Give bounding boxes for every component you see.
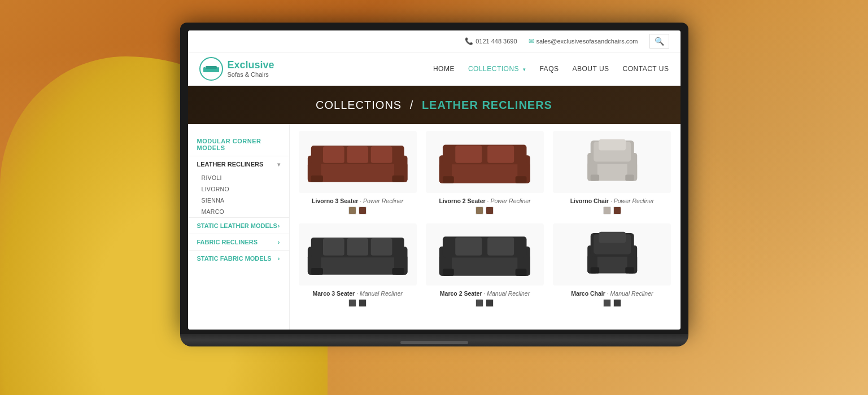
marco-2-seater-swatches (426, 299, 544, 307)
livorno-2-seater-swatches (426, 207, 544, 214)
svg-rect-37 (371, 238, 392, 256)
svg-rect-11 (347, 146, 368, 163)
svg-rect-8 (311, 175, 323, 182)
main-content: MODULAR CORNER MODELS LEATHER RECLINERS … (188, 124, 681, 330)
sidebar-static-leather-label: STATIC LEATHER MODELS (197, 222, 277, 229)
email-address: sales@exclusivesofasandchairs.com (536, 38, 638, 45)
nav-about[interactable]: ABOUT US (572, 65, 609, 73)
svg-rect-2 (217, 67, 219, 72)
product-marco-chair[interactable]: Marco Chair · Manual Recliner (553, 223, 671, 307)
sidebar-static-fabric-label: STATIC FABRIC MODELS (197, 255, 272, 262)
svg-rect-19 (456, 145, 482, 163)
svg-rect-26 (625, 174, 634, 181)
nav-collections[interactable]: COLLECTIONS ▾ (468, 65, 526, 73)
phone-icon: 📞 (465, 37, 473, 45)
laptop-base (180, 334, 688, 346)
livorno-chair-img (553, 131, 671, 193)
products-area: Livorno 3 Seater · Power Recliner (290, 124, 681, 330)
phone-contact: 📞 0121 448 3690 (465, 37, 517, 45)
logo-area[interactable]: Exclusive Sofas & Chairs (199, 57, 274, 81)
sidebar-static-fabric[interactable]: STATIC FABRIC MODELS › (188, 250, 289, 266)
svg-rect-36 (347, 238, 368, 256)
search-button[interactable]: 🔍 (649, 34, 669, 49)
swatch-dark2 (359, 299, 367, 307)
product-marco-2-seater[interactable]: Marco 2 Seater · Manual Recliner (426, 223, 544, 307)
marco-2-seater-img (426, 223, 544, 286)
swatch-brown (359, 207, 367, 214)
main-nav: HOME COLLECTIONS ▾ FAQS ABOUT US CONTACT… (433, 65, 669, 73)
livorno-chair-name: Livorno Chair · Power Recliner (553, 198, 671, 204)
svg-rect-17 (443, 176, 454, 183)
livorno-2-seater-img (426, 131, 544, 193)
swatch-dark2 (613, 299, 621, 307)
svg-rect-0 (204, 68, 218, 72)
sidebar-marco[interactable]: MARCO (188, 206, 289, 217)
svg-rect-51 (625, 267, 634, 273)
svg-rect-42 (443, 269, 454, 275)
sidebar-fabric-recliners-label: FABRIC RECLINERS (197, 239, 258, 245)
svg-rect-9 (392, 175, 404, 182)
svg-rect-28 (599, 139, 626, 150)
laptop-bezel: 📞 0121 448 3690 ✉ sales@exclusivesofasan… (180, 23, 688, 334)
product-livorno-3-seater[interactable]: Livorno 3 Seater · Power Recliner (299, 131, 417, 214)
livorno-2-seater-name: Livorno 2 Seater · Power Recliner (426, 198, 544, 204)
sidebar-sienna[interactable]: SIENNA (188, 195, 289, 206)
sidebar-leather-recliners-header[interactable]: LEATHER RECLINERS ▾ (188, 156, 289, 172)
marco-2-seater-name: Marco 2 Seater · Manual Recliner (426, 290, 544, 297)
swatch-tan (348, 207, 356, 214)
product-marco-3-seater[interactable]: Marco 3 Seater · Manual Recliner (299, 223, 417, 307)
swatch-dark1 (476, 299, 483, 307)
sidebar-leather-recliners-arrow: ▾ (277, 161, 280, 168)
marco-3-seater-name: Marco 3 Seater · Manual Recliner (299, 290, 417, 297)
collections-dropdown-arrow: ▾ (523, 67, 526, 72)
phone-number: 0121 448 3690 (476, 38, 517, 45)
hero-banner: COLLECTIONS / LEATHER RECLINERS (188, 86, 681, 124)
svg-rect-25 (590, 174, 599, 181)
products-grid: Livorno 3 Seater · Power Recliner (299, 131, 671, 307)
sidebar-static-leather-arrow: › (278, 222, 280, 229)
sidebar-modular-corner[interactable]: MODULAR CORNER MODELS (188, 133, 289, 156)
marco-chair-name: Marco Chair · Manual Recliner (553, 290, 671, 297)
swatch-brown (613, 207, 621, 214)
svg-rect-34 (392, 268, 404, 275)
laptop-wrapper: 📞 0121 448 3690 ✉ sales@exclusivesofasan… (180, 23, 688, 346)
marco-3-seater-img (299, 223, 417, 286)
sidebar: MODULAR CORNER MODELS LEATHER RECLINERS … (188, 124, 290, 330)
livorno-3-seater-img (299, 131, 417, 193)
nav-contact[interactable]: CONTACT US (623, 65, 669, 73)
livorno-3-seater-name: Livorno 3 Seater · Power Recliner (299, 198, 417, 204)
swatch-dark1 (603, 299, 611, 307)
swatch-tan (476, 207, 483, 214)
logo-circle (199, 57, 223, 81)
product-livorno-chair[interactable]: Livorno Chair · Power Recliner (553, 131, 671, 214)
svg-rect-35 (323, 238, 344, 256)
nav-home[interactable]: HOME (433, 65, 455, 73)
sidebar-livorno[interactable]: LIVORNO (188, 183, 289, 195)
breadcrumb-parent: COLLECTIONS (316, 99, 402, 111)
sidebar-fabric-recliners[interactable]: FABRIC RECLINERS › (188, 234, 289, 250)
logo-brand: Exclusive (228, 59, 274, 72)
marco-chair-swatches (553, 299, 671, 307)
logo-text: Exclusive Sofas & Chairs (228, 59, 274, 79)
breadcrumb: COLLECTIONS / LEATHER RECLINERS (316, 99, 552, 112)
svg-rect-33 (311, 268, 323, 275)
email-icon: ✉ (529, 37, 534, 45)
sidebar-fabric-recliners-arrow: › (278, 239, 280, 245)
svg-rect-43 (516, 269, 527, 275)
nav-faqs[interactable]: FAQS (539, 65, 559, 73)
logo-subtitle: Sofas & Chairs (228, 71, 274, 78)
marco-chair-img (553, 223, 671, 286)
sidebar-rivoli[interactable]: RIVOLI (188, 172, 289, 183)
product-livorno-2-seater[interactable]: Livorno 2 Seater · Power Recliner (426, 131, 544, 214)
svg-rect-20 (487, 145, 514, 163)
sidebar-static-fabric-arrow: › (278, 255, 280, 262)
email-contact: ✉ sales@exclusivesofasandchairs.com (529, 37, 638, 45)
sidebar-static-leather[interactable]: STATIC LEATHER MODELS › (188, 217, 289, 234)
svg-rect-12 (371, 146, 392, 163)
swatch-dark1 (348, 299, 356, 307)
svg-rect-44 (456, 237, 482, 255)
marco-3-seater-swatches (299, 299, 417, 307)
svg-rect-1 (203, 67, 206, 72)
livorno-3-seater-swatches (299, 207, 417, 214)
swatch-brown (486, 207, 494, 214)
